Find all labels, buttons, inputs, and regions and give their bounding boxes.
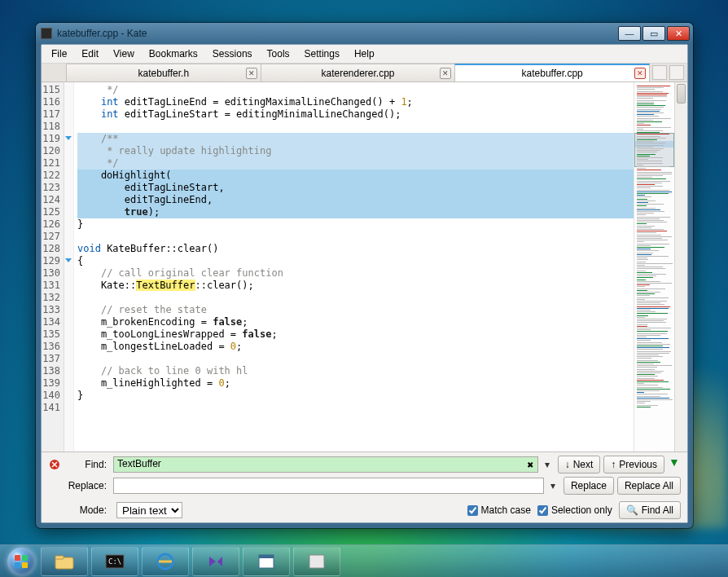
code-line[interactable]: m_longestLineLoaded = 0; [77, 341, 634, 353]
selection-only-input[interactable] [537, 505, 548, 516]
code-line[interactable]: m_lineHighlighted = 0; [77, 377, 634, 390]
switch-to-replace-icon[interactable]: ▼ [668, 456, 681, 469]
line-number[interactable]: 140 [42, 390, 60, 402]
line-number[interactable]: 134 [42, 316, 60, 328]
find-all-button[interactable]: 🔍 Find All [619, 501, 681, 519]
fold-marker-icon[interactable] [64, 257, 74, 266]
code-line[interactable]: */ [77, 84, 634, 96]
menu-edit[interactable]: Edit [75, 46, 105, 61]
line-number[interactable]: 141 [42, 402, 60, 414]
match-case-checkbox[interactable]: Match case [467, 504, 531, 516]
line-number[interactable]: 123 [42, 182, 60, 194]
line-number[interactable]: 115 [42, 84, 60, 96]
code-line[interactable]: */ [77, 157, 634, 170]
code-line[interactable]: Kate::TextBuffer::clear(); [77, 280, 634, 292]
close-button[interactable]: ✕ [667, 26, 690, 41]
taskbar-item-kate[interactable] [243, 547, 290, 576]
line-number[interactable]: 137 [42, 353, 60, 365]
code-line[interactable]: } [77, 218, 634, 231]
replace-all-button[interactable]: Replace All [617, 477, 681, 495]
tabbar-tool-list[interactable] [669, 65, 684, 80]
line-number[interactable]: 119 [42, 133, 60, 145]
code-line[interactable]: void KateBuffer::clear() [77, 243, 634, 255]
titlebar[interactable]: katebuffer.cpp - Kate — ▭ ✕ [36, 23, 693, 44]
taskbar-item-app[interactable] [293, 547, 340, 576]
line-number[interactable]: 132 [42, 292, 60, 304]
code-line[interactable]: * really update highlighting [77, 145, 634, 157]
tabbar-tool-new[interactable] [652, 65, 667, 80]
code-line[interactable]: /** [77, 133, 634, 145]
code-line[interactable]: m_tooLongLinesWrapped = false; [77, 328, 634, 341]
menu-help[interactable]: Help [348, 46, 381, 61]
replace-history-dropdown[interactable]: ▾ [547, 480, 559, 491]
menu-tools[interactable]: Tools [261, 46, 296, 61]
code-line[interactable] [77, 231, 634, 243]
find-previous-button[interactable]: ↑ Previous [603, 456, 664, 473]
code-line[interactable]: true); [77, 206, 634, 218]
code-line[interactable]: { [77, 255, 634, 267]
vertical-scrollbar[interactable] [674, 82, 687, 451]
line-number[interactable]: 133 [42, 304, 60, 316]
line-number[interactable]: 127 [42, 231, 60, 243]
line-number[interactable]: 124 [42, 194, 60, 206]
taskbar-item-visualstudio[interactable] [192, 547, 239, 576]
menu-file[interactable]: File [45, 46, 73, 61]
line-number[interactable]: 130 [42, 267, 60, 280]
taskbar-item-explorer[interactable] [41, 547, 88, 576]
close-search-icon[interactable] [48, 458, 61, 471]
maximize-button[interactable]: ▭ [642, 26, 665, 41]
code-view[interactable]: */ int editTagLineEnd = editingMaximalLi… [74, 82, 634, 451]
code-line[interactable] [77, 121, 634, 133]
find-input[interactable]: TextBuffer ✖ [113, 456, 538, 473]
line-number[interactable]: 136 [42, 341, 60, 353]
tab-close-icon[interactable]: ✕ [634, 68, 646, 79]
code-line[interactable]: // call original clear function [77, 267, 634, 280]
fold-marker-icon[interactable] [64, 134, 74, 144]
selection-only-checkbox[interactable]: Selection only [537, 504, 612, 516]
line-number[interactable]: 121 [42, 157, 60, 170]
clear-find-icon[interactable]: ✖ [524, 459, 536, 470]
line-number[interactable]: 128 [42, 243, 60, 255]
code-line[interactable]: // back to line 0 with hl [77, 365, 634, 377]
taskbar-item-ie[interactable] [142, 547, 189, 576]
code-folding-column[interactable] [64, 82, 74, 451]
search-mode-combobox[interactable]: Plain text [116, 502, 182, 518]
find-history-dropdown[interactable]: ▾ [542, 459, 553, 470]
line-number[interactable]: 116 [42, 96, 60, 108]
code-line[interactable]: doHighlight( [77, 170, 634, 182]
find-next-button[interactable]: ↓ Next [558, 456, 601, 473]
document-tab[interactable]: katerenderer.cpp✕ [261, 64, 456, 81]
document-tab[interactable]: katebuffer.cpp✕ [454, 64, 650, 81]
menu-view[interactable]: View [107, 46, 141, 61]
minimize-button[interactable]: — [618, 26, 641, 41]
line-number[interactable]: 139 [42, 377, 60, 390]
code-line[interactable] [77, 353, 634, 365]
line-number[interactable]: 126 [42, 218, 60, 231]
line-number[interactable]: 117 [42, 108, 60, 121]
tab-close-icon[interactable]: ✕ [440, 68, 451, 79]
windows-taskbar[interactable]: C:\ [0, 544, 728, 577]
line-number[interactable]: 120 [42, 145, 60, 157]
code-line[interactable] [77, 292, 634, 304]
code-line[interactable]: editTagLineEnd, [77, 194, 634, 206]
replace-button[interactable]: Replace [564, 477, 614, 495]
document-tab[interactable]: katebuffer.h✕ [66, 64, 261, 81]
code-line[interactable]: m_brokenEncoding = false; [77, 316, 634, 328]
menu-settings[interactable]: Settings [298, 46, 346, 61]
code-line[interactable]: } [77, 390, 634, 402]
taskbar-item-terminal[interactable]: C:\ [91, 547, 138, 576]
start-button[interactable] [3, 547, 39, 576]
code-line[interactable]: // reset the state [77, 304, 634, 316]
code-line[interactable] [77, 402, 634, 414]
code-line[interactable]: int editTagLineEnd = editingMaximalLineC… [77, 96, 634, 108]
scroll-thumb[interactable] [677, 84, 686, 104]
line-number-gutter[interactable]: 1151161171181191201211221231241251261271… [42, 82, 64, 451]
tab-close-icon[interactable]: ✕ [246, 68, 257, 79]
line-number[interactable]: 118 [42, 121, 60, 133]
code-line[interactable]: int editTagLineStart = editingMinimalLin… [77, 108, 634, 121]
menu-bookmarks[interactable]: Bookmarks [143, 46, 204, 61]
line-number[interactable]: 131 [42, 280, 60, 292]
minimap[interactable] [634, 82, 674, 451]
match-case-input[interactable] [467, 505, 478, 516]
menu-sessions[interactable]: Sessions [206, 46, 259, 61]
